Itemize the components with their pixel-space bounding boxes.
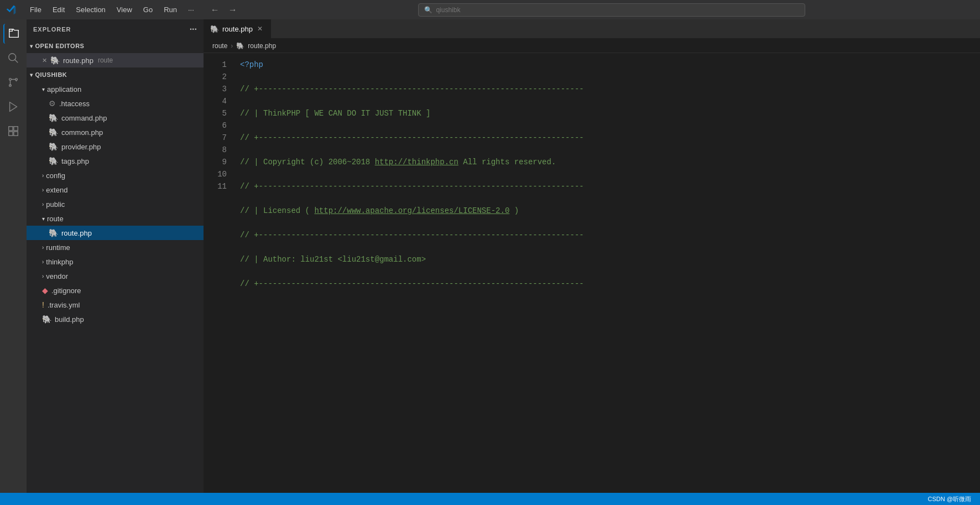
- menu-bar: File Edit Selection View Go Run ···: [25, 3, 199, 16]
- folder-application-label: application: [47, 85, 81, 93]
- activity-debug[interactable]: [3, 97, 23, 117]
- editor-area: 🐘 route.php ✕ route › 🐘 route.php 1 2 3 …: [204, 19, 980, 493]
- file-htaccess[interactable]: ⚙ .htaccess: [27, 96, 204, 111]
- tab-bar: 🐘 route.php ✕: [204, 19, 980, 39]
- php-icon: 🐘: [49, 157, 58, 165]
- line-num-7: 7: [208, 132, 227, 144]
- file-tags-label: tags.php: [61, 157, 89, 165]
- chevron-right-icon: ›: [42, 273, 44, 279]
- tab-close-button[interactable]: ✕: [256, 24, 264, 33]
- folder-thinkphp[interactable]: › thinkphp: [27, 254, 204, 269]
- svg-rect-9: [14, 132, 18, 136]
- open-editor-path: route: [98, 56, 113, 64]
- files-icon: [8, 28, 20, 40]
- nav-forward-button[interactable]: →: [225, 4, 241, 16]
- breadcrumb-separator: ›: [231, 42, 233, 50]
- activity-extensions[interactable]: [3, 121, 23, 141]
- folder-runtime[interactable]: › runtime: [27, 240, 204, 254]
- code-content[interactable]: <?php // +------------------------------…: [231, 53, 980, 493]
- breadcrumb-file[interactable]: route.php: [248, 42, 276, 50]
- folder-thinkphp-label: thinkphp: [46, 258, 73, 266]
- search-icon: [7, 52, 19, 64]
- chevron-down-icon: ▾: [30, 43, 33, 49]
- file-tags[interactable]: 🐘 tags.php: [27, 154, 204, 168]
- diamond-icon: ◆: [42, 286, 48, 295]
- file-provider[interactable]: 🐘 provider.php: [27, 139, 204, 154]
- breadcrumb-folder[interactable]: route: [212, 42, 227, 50]
- menu-selection[interactable]: Selection: [71, 3, 110, 16]
- code-line-5: // | Copyright (c) 2006~2018 http://thin…: [240, 156, 980, 168]
- sidebar-title: EXPLORER: [33, 26, 71, 33]
- activity-explorer[interactable]: [3, 24, 23, 44]
- file-build[interactable]: 🐘 build.php: [27, 312, 204, 326]
- svg-line-1: [15, 60, 18, 63]
- activity-git[interactable]: [3, 72, 23, 92]
- folder-public[interactable]: › public: [27, 197, 204, 211]
- tab-label: route.php: [222, 25, 253, 33]
- close-icon[interactable]: ✕: [42, 57, 47, 64]
- file-common[interactable]: 🐘 common.php: [27, 125, 204, 139]
- file-provider-label: provider.php: [61, 143, 101, 151]
- code-editor[interactable]: 1 2 3 4 5 6 7 8 9 10 11 <?php // +------…: [204, 53, 980, 493]
- file-travis[interactable]: ! .travis.yml: [27, 298, 204, 312]
- menu-view[interactable]: View: [112, 3, 137, 16]
- folder-route-label: route: [47, 215, 64, 223]
- sidebar-content: ▾ OPEN EDITORS ✕ 🐘 route.php route ▾ QIU…: [27, 39, 204, 493]
- debug-icon: [7, 101, 19, 113]
- code-line-4: // +------------------------------------…: [240, 132, 980, 144]
- php-icon: 🐘: [49, 228, 58, 237]
- folder-public-label: public: [46, 200, 65, 209]
- folder-route[interactable]: ▾ route: [27, 211, 204, 226]
- php-file-icon: 🐘: [50, 56, 60, 65]
- menu-file[interactable]: File: [25, 3, 46, 16]
- chevron-down-icon: ▾: [42, 86, 45, 92]
- svg-marker-5: [10, 102, 17, 112]
- menu-more[interactable]: ···: [184, 3, 199, 16]
- folder-config[interactable]: › config: [27, 168, 204, 183]
- tab-route-php[interactable]: 🐘 route.php ✕: [204, 19, 271, 38]
- folder-application[interactable]: ▾ application: [27, 82, 204, 96]
- menu-edit[interactable]: Edit: [48, 3, 69, 16]
- search-bar[interactable]: 🔍: [418, 3, 805, 17]
- line-num-11: 11: [208, 180, 227, 192]
- code-line-1: <?php: [240, 59, 980, 71]
- line-numbers: 1 2 3 4 5 6 7 8 9 10 11: [204, 53, 231, 493]
- folder-extend[interactable]: › extend: [27, 183, 204, 197]
- tab-php-icon: 🐘: [210, 25, 219, 33]
- qiushibk-label: QIUSHIBK: [35, 71, 67, 78]
- folder-extend-label: extend: [46, 186, 67, 194]
- activity-bar: [0, 19, 27, 493]
- sidebar-header: EXPLORER ···: [27, 19, 204, 39]
- qiushibk-header[interactable]: ▾ QIUSHIBK: [27, 67, 204, 82]
- line-num-4: 4: [208, 95, 227, 107]
- activity-search[interactable]: [3, 48, 23, 68]
- file-route-active[interactable]: 🐘 route.php: [27, 226, 204, 240]
- open-editor-filename: route.php: [63, 56, 93, 65]
- search-input[interactable]: [436, 6, 799, 14]
- folder-vendor[interactable]: › vendor: [27, 269, 204, 283]
- extensions-icon: [7, 125, 19, 137]
- menu-run[interactable]: Run: [159, 3, 181, 16]
- file-command[interactable]: 🐘 command.php: [27, 111, 204, 125]
- code-line-9: // | Author: liu21st <liu21st@gmail.com>: [240, 253, 980, 265]
- nav-buttons: ← →: [207, 4, 241, 16]
- titlebar: File Edit Selection View Go Run ··· ← → …: [0, 0, 980, 19]
- open-editor-item-route[interactable]: ✕ 🐘 route.php route: [27, 53, 204, 67]
- menu-go[interactable]: Go: [139, 3, 157, 16]
- line-num-10: 10: [208, 168, 227, 180]
- file-common-label: common.php: [61, 128, 103, 137]
- sidebar-more-button[interactable]: ···: [190, 24, 197, 34]
- search-icon: 🔍: [424, 6, 432, 14]
- code-line-6: // +------------------------------------…: [240, 180, 980, 192]
- php-icon: 🐘: [49, 142, 58, 151]
- svg-rect-7: [14, 127, 18, 131]
- git-icon: [7, 76, 19, 88]
- file-gitignore[interactable]: ◆ .gitignore: [27, 283, 204, 298]
- open-editors-label: OPEN EDITORS: [35, 43, 85, 49]
- svg-rect-8: [9, 132, 13, 136]
- nav-back-button[interactable]: ←: [207, 4, 223, 16]
- open-editors-header[interactable]: ▾ OPEN EDITORS: [27, 39, 204, 53]
- breadcrumb-php-icon: 🐘: [236, 42, 244, 50]
- chevron-down-icon: ▾: [30, 72, 33, 78]
- status-bar: CSDN @听微雨: [0, 493, 980, 505]
